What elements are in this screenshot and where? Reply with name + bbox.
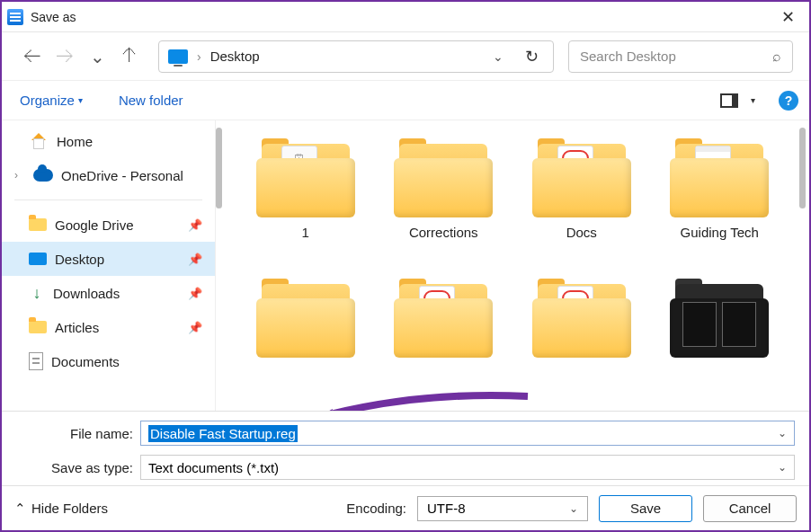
filetype-row: Save as type: Text documents (*.txt) ⌄: [16, 455, 795, 480]
sidebar-item-label: OneDrive - Personal: [61, 168, 183, 183]
search-input[interactable]: [580, 49, 772, 64]
folder-icon: [256, 279, 355, 358]
sidebar-item-desktop[interactable]: Desktop 📌: [2, 242, 215, 276]
chevron-down-icon: ▾: [742, 95, 764, 105]
sidebar-item-downloads[interactable]: ↓ Downloads 📌: [2, 276, 215, 310]
content-scrollbar[interactable]: [799, 128, 806, 208]
filename-input[interactable]: Disable Fast Startup.reg ⌄: [140, 421, 795, 446]
titlebar: Save as ✕: [2, 2, 809, 32]
home-icon: [29, 133, 49, 149]
sidebar-item-documents[interactable]: Documents: [2, 344, 215, 378]
organize-label: Organize: [20, 93, 75, 108]
sidebar-item-label: Articles: [55, 320, 99, 335]
folder-item[interactable]: Guiding Tech: [654, 138, 787, 273]
filename-value: Disable Fast Startup.reg: [148, 425, 298, 442]
close-button[interactable]: ✕: [766, 2, 809, 31]
chevron-down-icon: ▾: [78, 95, 83, 105]
desktop-icon: [168, 49, 188, 64]
file-label: 1: [302, 225, 309, 240]
file-label: Docs: [566, 225, 597, 240]
recent-dropdown[interactable]: ⌄: [83, 42, 111, 71]
sidebar: Home › OneDrive - Personal Google Drive …: [2, 120, 216, 411]
encoding-value: UTF-8: [427, 501, 466, 516]
file-label: Guiding Tech: [681, 225, 759, 240]
app-icon: [7, 9, 23, 25]
form-area: File name: Disable Fast Startup.reg ⌄ Sa…: [2, 411, 809, 485]
file-grid: 🗓 1 Corrections Docs Guiding Tech: [216, 120, 809, 411]
folder-item[interactable]: 🗓 1: [239, 138, 372, 273]
sidebar-item-home[interactable]: Home: [2, 124, 215, 158]
folder-icon: [670, 138, 769, 217]
filename-label: File name:: [16, 426, 133, 441]
chevron-right-icon: ›: [197, 49, 201, 64]
sidebar-scrollbar[interactable]: [216, 128, 222, 208]
cloud-icon: [33, 169, 53, 182]
folder-item[interactable]: Docs: [515, 138, 648, 273]
toolbar: Organize ▾ New folder ▾ ?: [2, 81, 809, 120]
chevron-right-icon[interactable]: ›: [14, 169, 25, 182]
folder-item[interactable]: [239, 279, 372, 411]
folder-icon: [394, 279, 493, 358]
encoding-select[interactable]: UTF-8 ⌄: [417, 496, 588, 521]
sidebar-item-onedrive[interactable]: › OneDrive - Personal: [2, 158, 215, 192]
up-button[interactable]: 🡡: [115, 42, 144, 71]
folder-icon: [532, 279, 631, 358]
filetype-value: Text documents (*.txt): [148, 460, 778, 475]
chevron-up-icon: ⌃: [14, 501, 26, 517]
address-bar[interactable]: › Desktop ⌄ ↻: [158, 40, 554, 73]
refresh-button[interactable]: ↻: [520, 47, 544, 66]
filetype-label: Save as type:: [16, 460, 133, 475]
save-as-dialog: Save as ✕ 🡠 🡢 ⌄ 🡡 › Desktop ⌄ ↻ ⌕ Organi…: [0, 0, 811, 532]
desktop-icon: [29, 253, 47, 265]
filetype-select[interactable]: Text documents (*.txt) ⌄: [140, 455, 795, 480]
footer: ⌃ Hide Folders Encoding: UTF-8 ⌄ Save Ca…: [2, 485, 809, 530]
forward-button[interactable]: 🡢: [50, 42, 79, 71]
divider: [14, 200, 202, 200]
view-icon: [720, 93, 738, 108]
folder-icon: [670, 279, 769, 358]
sidebar-item-label: Home: [57, 134, 93, 149]
folder-icon: [532, 138, 631, 217]
sidebar-item-label: Documents: [51, 354, 120, 369]
new-folder-button[interactable]: New folder: [111, 87, 191, 113]
search-icon[interactable]: ⌕: [772, 49, 781, 65]
folder-item[interactable]: [378, 279, 511, 411]
sidebar-item-label: Google Drive: [55, 217, 134, 233]
pin-icon[interactable]: 📌: [188, 253, 202, 266]
encoding-label: Encoding:: [346, 501, 406, 516]
pin-icon[interactable]: 📌: [188, 287, 202, 300]
nav-bar: 🡠 🡢 ⌄ 🡡 › Desktop ⌄ ↻ ⌕: [2, 32, 809, 81]
folder-icon: [394, 138, 493, 217]
view-options[interactable]: ▾: [713, 88, 771, 113]
sidebar-item-articles[interactable]: Articles 📌: [2, 310, 215, 344]
content-area: Home › OneDrive - Personal Google Drive …: [2, 120, 809, 411]
folder-item[interactable]: Corrections: [378, 138, 511, 273]
sidebar-item-label: Downloads: [53, 286, 120, 301]
folder-item[interactable]: [654, 279, 787, 411]
hide-folders-button[interactable]: ⌃ Hide Folders: [14, 501, 108, 517]
hide-folders-label: Hide Folders: [31, 501, 108, 516]
download-icon: ↓: [29, 285, 45, 301]
address-dropdown[interactable]: ⌄: [486, 49, 511, 64]
folder-item[interactable]: [515, 279, 648, 411]
sidebar-item-label: Desktop: [55, 252, 104, 267]
save-button[interactable]: Save: [599, 495, 692, 522]
help-button[interactable]: ?: [779, 91, 798, 111]
document-icon: [29, 352, 43, 370]
organize-menu[interactable]: Organize ▾: [13, 87, 90, 113]
folder-icon: [29, 321, 47, 333]
sidebar-item-google-drive[interactable]: Google Drive 📌: [2, 208, 215, 242]
new-folder-label: New folder: [119, 93, 183, 108]
chevron-down-icon[interactable]: ⌄: [569, 502, 578, 515]
folder-icon: 🗓: [256, 138, 355, 217]
search-box[interactable]: ⌕: [568, 40, 793, 73]
window-title: Save as: [31, 10, 76, 24]
breadcrumb-location[interactable]: Desktop: [210, 49, 260, 64]
filename-row: File name: Disable Fast Startup.reg ⌄: [16, 421, 795, 446]
chevron-down-icon[interactable]: ⌄: [778, 427, 787, 439]
pin-icon[interactable]: 📌: [188, 321, 202, 334]
chevron-down-icon[interactable]: ⌄: [778, 461, 787, 474]
pin-icon[interactable]: 📌: [188, 218, 202, 232]
cancel-button[interactable]: Cancel: [703, 495, 797, 522]
back-button[interactable]: 🡠: [18, 42, 47, 71]
